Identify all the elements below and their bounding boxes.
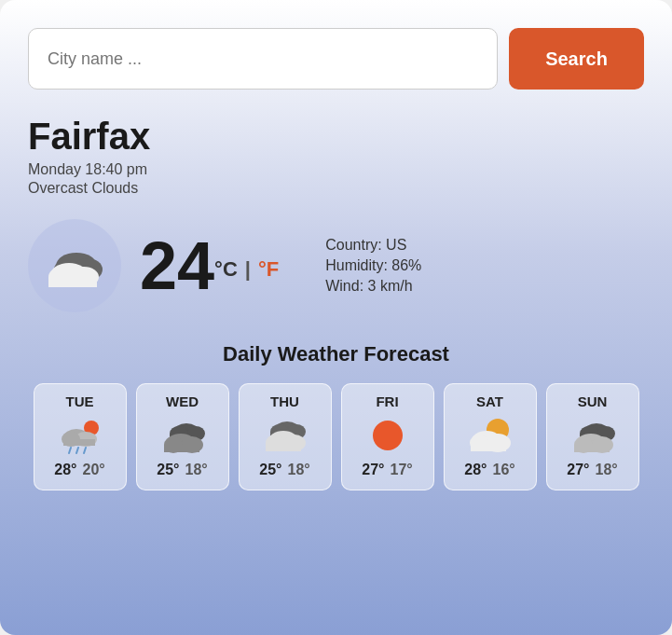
svg-rect-30: [266, 443, 301, 451]
svg-rect-11: [63, 439, 95, 446]
forecast-title: Daily Weather Forecast: [28, 342, 644, 366]
forecast-lo: 18°: [288, 462, 310, 478]
unit-group: °C | °F: [214, 257, 279, 282]
temperature-value: 24: [140, 232, 214, 299]
forecast-temps-thu: 25° 18°: [259, 462, 309, 478]
svg-point-31: [373, 421, 403, 450]
svg-rect-6: [48, 277, 97, 287]
forecast-temps-wed: 25° 18°: [157, 462, 207, 478]
svg-rect-36: [471, 443, 506, 451]
forecast-temps-tue: 28° 20°: [54, 462, 104, 478]
forecast-hi: 25°: [259, 462, 281, 478]
forecast-card-wed: WED 25° 18°: [136, 383, 229, 490]
forecast-card-tue: TUE 28° 20°: [34, 383, 127, 490]
forecast-lo: 18°: [185, 462, 208, 478]
forecast-temps-sun: 27° 18°: [567, 462, 617, 478]
current-weather-icon: [28, 219, 121, 312]
forecast-grid: TUE 28° 20° WED: [28, 383, 644, 490]
forecast-lo: 18°: [596, 462, 618, 478]
search-input[interactable]: [28, 28, 498, 90]
forecast-hi: 28°: [464, 462, 487, 478]
forecast-hi: 25°: [157, 462, 179, 478]
forecast-lo: 16°: [493, 462, 515, 478]
forecast-day-label: WED: [166, 393, 199, 409]
svg-rect-44: [574, 445, 610, 452]
forecast-icon-thu: [263, 417, 308, 454]
forecast-card-thu: THU 25° 18°: [239, 383, 332, 490]
forecast-icon-sun: [570, 417, 615, 454]
search-row: Search: [28, 28, 644, 90]
forecast-hi: 27°: [567, 462, 589, 478]
app-container: Search Fairfax Monday 18:40 pm Overcast …: [0, 0, 672, 635]
svg-line-12: [69, 448, 71, 453]
svg-line-14: [84, 448, 86, 453]
forecast-card-fri: FRI 27° 17°: [341, 383, 434, 490]
svg-rect-22: [164, 445, 199, 452]
forecast-day-label: SAT: [476, 393, 503, 409]
forecast-lo: 17°: [391, 462, 413, 478]
temperature-block: 24 °C | °F: [140, 232, 279, 299]
forecast-hi: 27°: [362, 462, 384, 478]
wind-info: Wind: 3 km/h: [325, 278, 421, 295]
weather-condition: Overcast Clouds: [28, 180, 644, 197]
country-info: Country: US: [325, 237, 421, 254]
forecast-day-label: TUE: [66, 393, 94, 409]
current-weather: 24 °C | °F Country: US Humidity: 86% Win…: [28, 219, 644, 312]
unit-celsius[interactable]: °C: [214, 257, 238, 282]
city-name: Fairfax: [28, 116, 644, 158]
forecast-card-sun: SUN 27° 18°: [546, 383, 639, 490]
forecast-day-label: FRI: [376, 393, 398, 409]
forecast-icon-wed: [160, 417, 205, 454]
forecast-lo: 20°: [83, 462, 105, 478]
unit-fahrenheit[interactable]: °F: [258, 257, 279, 282]
svg-line-13: [76, 448, 78, 453]
forecast-card-sat: SAT 28° 16°: [444, 383, 537, 490]
forecast-icon-fri: [365, 417, 410, 454]
unit-separator: |: [245, 257, 251, 282]
forecast-icon-tue: [58, 417, 103, 454]
forecast-temps-sat: 28° 16°: [464, 462, 514, 478]
search-button[interactable]: Search: [509, 28, 644, 90]
weather-details: Country: US Humidity: 86% Wind: 3 km/h: [325, 237, 421, 295]
forecast-day-label: SUN: [578, 393, 608, 409]
forecast-temps-fri: 27° 17°: [362, 462, 412, 478]
forecast-hi: 28°: [54, 462, 76, 478]
forecast-day-label: THU: [270, 393, 299, 409]
forecast-icon-sat: [468, 417, 513, 454]
humidity-info: Humidity: 86%: [325, 257, 421, 274]
datetime: Monday 18:40 pm: [28, 161, 644, 178]
